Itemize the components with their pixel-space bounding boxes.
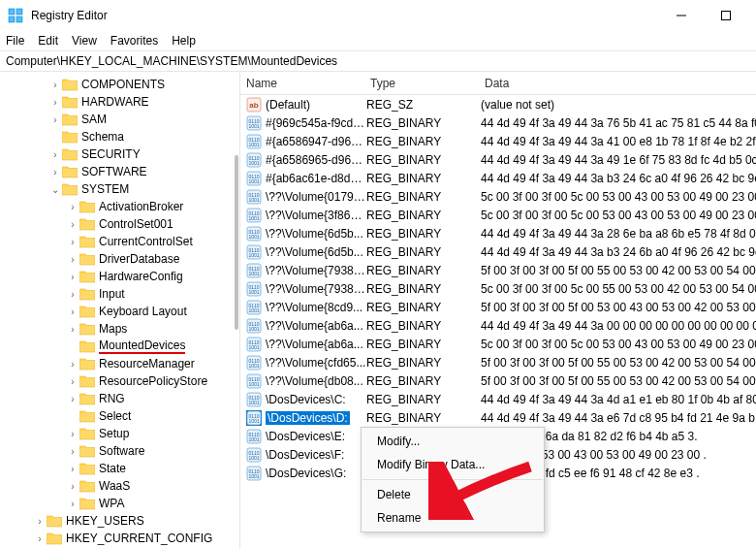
menu-edit[interactable]: Edit	[38, 34, 58, 48]
tree-item[interactable]: ›CurrentControlSet	[2, 233, 239, 250]
list-row[interactable]: 01101001#{a6586965-d96e-...REG_BINARY44 …	[240, 150, 756, 169]
tree-item[interactable]: Schema	[2, 128, 239, 145]
folder-icon	[62, 95, 78, 109]
list-row[interactable]: 01101001\??\Volume{0179a...REG_BINARY5c …	[240, 187, 756, 206]
list-row[interactable]: ab(Default)REG_SZ(value not set)	[240, 95, 756, 113]
tree-item[interactable]: ›ControlSet001	[2, 215, 239, 233]
chevron-right-icon[interactable]: ›	[66, 446, 79, 457]
list-row[interactable]: 01101001\??\Volume{cfd65...REG_BINARY5f …	[240, 353, 756, 371]
tree-item[interactable]: ›RNG	[2, 390, 239, 407]
tree-item[interactable]: ›WPA	[2, 495, 239, 512]
chevron-right-icon[interactable]: ›	[66, 306, 79, 317]
chevron-right-icon[interactable]: ›	[48, 114, 62, 125]
tree-scrollbar[interactable]	[235, 155, 238, 330]
tree-item[interactable]: ›DriverDatabase	[2, 250, 239, 268]
tree-item[interactable]: ›Keyboard Layout	[2, 303, 239, 320]
tree-item[interactable]: ›WaaS	[2, 477, 239, 495]
tree-item[interactable]: ›ResourcePolicyStore	[2, 372, 239, 390]
chevron-down-icon[interactable]: ⌄	[48, 184, 62, 195]
menu-rename[interactable]: Rename	[362, 506, 544, 530]
chevron-right-icon[interactable]: ›	[33, 533, 47, 544]
svg-text:1001: 1001	[248, 160, 259, 166]
list-row[interactable]: 01101001\??\Volume{6d5b...REG_BINARY44 4…	[240, 242, 756, 261]
cell-data: 5c 00 3f 00 3f 00 5c 00 53 00 43 00 53 0…	[481, 190, 756, 204]
chevron-right-icon[interactable]: ›	[66, 289, 79, 300]
chevron-right-icon[interactable]: ›	[66, 237, 79, 247]
header-name[interactable]: Name	[240, 77, 364, 90]
chevron-right-icon[interactable]: ›	[66, 499, 79, 509]
menu-view[interactable]: View	[72, 34, 97, 48]
cell-name: \??\Volume{6d5b...	[266, 245, 366, 259]
list-row[interactable]: 01101001\DosDevices\C:REG_BINARY44 4d 49…	[240, 390, 756, 408]
menu-file[interactable]: File	[6, 34, 24, 48]
list-row[interactable]: 01101001#{969c545a-f9cd-...REG_BINARY44 …	[240, 113, 756, 132]
menu-delete[interactable]: Delete	[362, 483, 544, 506]
menu-modify[interactable]: Modify...	[362, 430, 544, 453]
list-row[interactable]: 01101001\??\Volume{6d5b...REG_BINARY44 4…	[240, 224, 756, 242]
list-row[interactable]: 01101001\??\Volume{7938f...REG_BINARY5c …	[240, 279, 756, 298]
list-row[interactable]: 01101001\??\Volume{8cd9...REG_BINARY5f 0…	[240, 298, 756, 316]
menu-favorites[interactable]: Favorites	[110, 34, 158, 48]
tree-item[interactable]: ›Maps	[2, 320, 239, 338]
tree-item[interactable]: ›Setup	[2, 425, 239, 442]
list-header: Name Type Data	[240, 72, 756, 95]
binary-value-icon: 01101001	[246, 189, 262, 205]
chevron-right-icon[interactable]: ›	[66, 254, 79, 265]
chevron-right-icon[interactable]: ›	[48, 167, 62, 177]
tree-item[interactable]: ›State	[2, 460, 239, 477]
chevron-right-icon[interactable]: ›	[66, 324, 79, 335]
header-data[interactable]: Data	[479, 77, 756, 90]
tree-item-label: Input	[99, 287, 125, 301]
chevron-right-icon[interactable]: ›	[66, 272, 79, 282]
chevron-right-icon[interactable]: ›	[66, 394, 79, 404]
chevron-right-icon[interactable]: ›	[33, 516, 47, 527]
tree-item[interactable]: ›HARDWARE	[2, 93, 239, 111]
maximize-button[interactable]	[704, 0, 748, 31]
chevron-right-icon[interactable]: ›	[66, 376, 79, 387]
cell-data: 5c 00 3f 00 3f 00 5c 00 53 00 43 00 53 0…	[481, 338, 756, 351]
tree-item[interactable]: ⌄SYSTEM	[2, 180, 239, 198]
chevron-right-icon[interactable]: ›	[48, 149, 62, 160]
chevron-right-icon[interactable]: ›	[66, 481, 79, 492]
tree-item[interactable]: ›COMPONENTS	[2, 76, 239, 93]
tree-view[interactable]: ›COMPONENTS›HARDWARE›SAMSchema›SECURITY›…	[0, 72, 240, 548]
tree-item[interactable]: ›HardwareConfig	[2, 268, 239, 285]
list-row[interactable]: 01101001\??\Volume{3f86d...REG_BINARY5c …	[240, 206, 756, 224]
tree-item[interactable]: ›SECURITY	[2, 145, 239, 163]
list-row[interactable]: 01101001\??\Volume{7938f...REG_BINARY5f …	[240, 261, 756, 279]
chevron-right-icon[interactable]: ›	[66, 429, 79, 439]
address-bar[interactable]: Computer\HKEY_LOCAL_MACHINE\SYSTEM\Mount…	[0, 50, 756, 72]
chevron-right-icon[interactable]: ›	[66, 202, 79, 212]
chevron-right-icon[interactable]: ›	[48, 80, 62, 90]
tree-item[interactable]: ›SOFTWARE	[2, 163, 239, 180]
svg-text:1001: 1001	[248, 381, 259, 387]
list-row[interactable]: 01101001\??\Volume{db08...REG_BINARY5f 0…	[240, 371, 756, 390]
tree-item[interactable]: ›Input	[2, 285, 239, 303]
list-row[interactable]: 01101001\??\Volume{ab6a...REG_BINARY44 4…	[240, 316, 756, 335]
tree-item[interactable]: ›SAM	[2, 111, 239, 128]
tree-item[interactable]: Select	[2, 407, 239, 425]
tree-item[interactable]: ›ResourceManager	[2, 355, 239, 372]
folder-icon	[79, 270, 95, 283]
chevron-right-icon[interactable]: ›	[48, 97, 62, 108]
tree-item[interactable]: MountedDevices	[2, 338, 239, 355]
svg-text:1001: 1001	[248, 344, 259, 350]
list-row[interactable]: 01101001\??\Volume{ab6a...REG_BINARY5c 0…	[240, 335, 756, 353]
chevron-right-icon[interactable]: ›	[66, 464, 79, 474]
tree-item[interactable]: ›ActivationBroker	[2, 198, 239, 215]
minimize-button[interactable]	[659, 0, 704, 31]
list-row[interactable]: 01101001\DosDevices\D:REG_BINARY44 4d 49…	[240, 408, 756, 427]
list-row[interactable]: 01101001#{ab6ac61e-d8d8...REG_BINARY44 4…	[240, 169, 756, 187]
cell-name: \DosDevices\F:	[266, 448, 366, 462]
list-row[interactable]: 01101001#{a6586947-d96e-...REG_BINARY44 …	[240, 132, 756, 150]
chevron-right-icon[interactable]: ›	[66, 359, 79, 370]
cell-name: #{ab6ac61e-d8d8...	[266, 172, 366, 185]
cell-name: \DosDevices\G:	[266, 467, 366, 480]
menu-modify-binary[interactable]: Modify Binary Data...	[362, 453, 544, 476]
tree-item[interactable]: ›HKEY_USERS	[2, 512, 239, 530]
menu-help[interactable]: Help	[172, 34, 196, 48]
tree-item[interactable]: ›Software	[2, 442, 239, 460]
tree-item[interactable]: ›HKEY_CURRENT_CONFIG	[2, 530, 239, 547]
header-type[interactable]: Type	[364, 77, 479, 90]
chevron-right-icon[interactable]: ›	[66, 219, 79, 230]
